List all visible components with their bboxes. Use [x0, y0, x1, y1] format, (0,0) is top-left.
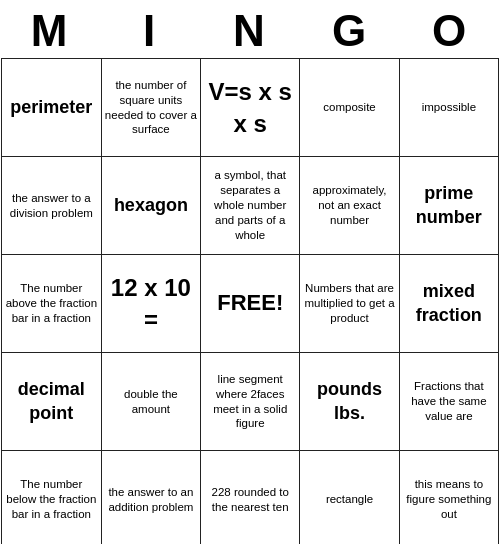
- cell-r2-c3: Numbers that are multiplied to get a pro…: [300, 255, 399, 353]
- cell-r4-c3: rectangle: [300, 451, 399, 545]
- cell-r1-c1: hexagon: [101, 157, 200, 255]
- cell-r0-c3: composite: [300, 59, 399, 157]
- cell-r4-c1: the answer to an addition problem: [101, 451, 200, 545]
- cell-r0-c0: perimeter: [2, 59, 102, 157]
- cell-r1-c0: the answer to a division problem: [2, 157, 102, 255]
- cell-r0-c1: the number of square units needed to cov…: [101, 59, 200, 157]
- cell-r0-c2: V=s x s x s: [201, 59, 300, 157]
- bingo-grid: perimeterthe number of square units need…: [1, 58, 499, 544]
- header-o: O: [400, 6, 500, 56]
- cell-r3-c3: pounds lbs.: [300, 353, 399, 451]
- cell-r2-c4: mixed fraction: [399, 255, 498, 353]
- cell-r2-c0: The number above the fraction bar in a f…: [2, 255, 102, 353]
- cell-r1-c3: approximately, not an exact number: [300, 157, 399, 255]
- header-g: G: [300, 6, 400, 56]
- cell-r3-c1: double the amount: [101, 353, 200, 451]
- bingo-header: M I N G O: [0, 0, 500, 58]
- header-n: N: [200, 6, 300, 56]
- header-m: M: [0, 6, 100, 56]
- cell-r4-c2: 228 rounded to the nearest ten: [201, 451, 300, 545]
- cell-r3-c4: Fractions that have the same value are: [399, 353, 498, 451]
- cell-r4-c4: this means to figure something out: [399, 451, 498, 545]
- cell-r1-c4: prime number: [399, 157, 498, 255]
- cell-r4-c0: The number below the fraction bar in a f…: [2, 451, 102, 545]
- cell-r3-c0: decimal point: [2, 353, 102, 451]
- cell-r2-c2: FREE!: [201, 255, 300, 353]
- cell-r1-c2: a symbol, that separates a whole number …: [201, 157, 300, 255]
- cell-r0-c4: impossible: [399, 59, 498, 157]
- cell-r2-c1: 12 x 10 =: [101, 255, 200, 353]
- header-i: I: [100, 6, 200, 56]
- cell-r3-c2: line segment where 2faces meet in a soli…: [201, 353, 300, 451]
